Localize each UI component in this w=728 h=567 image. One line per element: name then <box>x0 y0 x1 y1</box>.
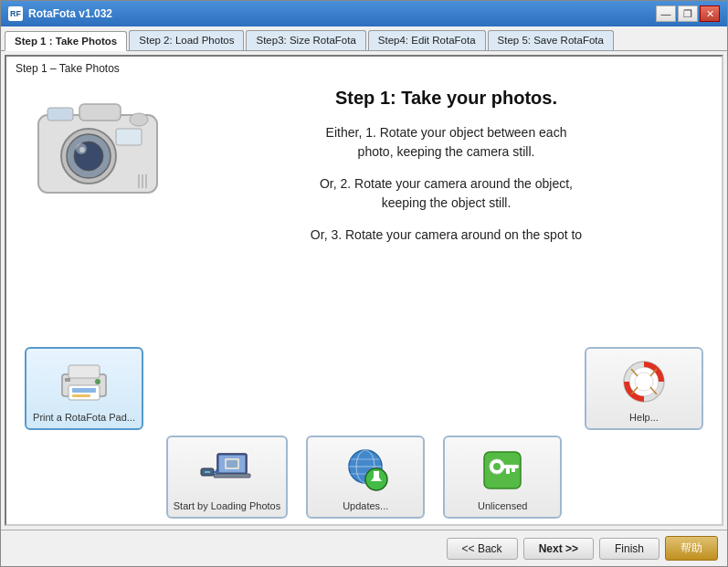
svg-point-46 <box>493 463 501 470</box>
app-icon: RF <box>8 6 23 21</box>
help-nav-button[interactable]: 帮助 <box>665 536 718 561</box>
svg-point-7 <box>79 147 85 152</box>
updates-button-label: Updates... <box>343 500 388 511</box>
content-area: Step 1: Take your photos. Either, 1. Rot… <box>6 79 722 524</box>
tab-step5[interactable]: Step 5: Save RotaFota <box>488 30 614 50</box>
nav-bar: << Back Next >> Finish 帮助 <box>1 530 727 566</box>
restore-button[interactable]: ❐ <box>678 5 698 22</box>
back-button[interactable]: << Back <box>447 538 518 560</box>
next-button[interactable]: Next >> <box>523 538 594 560</box>
tab-step4[interactable]: Step4: Edit RotaFota <box>368 30 486 50</box>
tab-step2[interactable]: Step 2: Load Photos <box>129 30 244 50</box>
load-button-label: Start by Loading Photos <box>174 500 280 511</box>
finish-button[interactable]: Finish <box>599 538 659 560</box>
instructions-heading: Step 1: Take your photos. <box>189 88 703 109</box>
unlicensed-button-label: Unlicensed <box>478 500 527 511</box>
svg-rect-48 <box>512 468 515 472</box>
svg-rect-30 <box>227 460 237 467</box>
instructions-para1: Either, 1. Rotate your object between ea… <box>189 123 703 162</box>
svg-rect-31 <box>214 474 250 478</box>
print-rotafota-pad-button[interactable]: Print a RotaFota Pad... <box>25 347 143 430</box>
svg-point-18 <box>95 379 100 384</box>
svg-rect-1 <box>79 104 121 121</box>
svg-rect-19 <box>65 378 70 382</box>
help-icon <box>617 356 671 406</box>
window-controls: — ❐ ✕ <box>656 5 720 22</box>
svg-rect-12 <box>116 129 142 145</box>
laptop-usb-icon <box>199 445 254 495</box>
instructions-panel: Step 1: Take your photos. Either, 1. Rot… <box>180 79 712 257</box>
svg-rect-43 <box>374 471 379 478</box>
updates-button[interactable]: Updates... <box>306 436 425 519</box>
instructions-para3: Or, 3. Rotate your camera around on the … <box>189 226 703 245</box>
main-window: RF RotaFota v1.032 — ❐ ✕ Step 1 : Take P… <box>0 0 728 567</box>
svg-rect-33 <box>205 471 210 473</box>
svg-rect-14 <box>69 365 100 378</box>
help-button-label: Help... <box>629 412 659 423</box>
bottom-buttons-area: Print a RotaFota Pad... <box>16 341 712 524</box>
tab-step1[interactable]: Step 1 : Take Photos <box>5 31 127 51</box>
unlicensed-button[interactable]: Unlicensed <box>443 436 562 519</box>
camera-illustration <box>16 79 180 215</box>
main-content-area: Step 1 – Take Photos <box>5 55 723 526</box>
svg-point-8 <box>130 113 148 126</box>
svg-rect-49 <box>506 468 510 474</box>
step-label: Step 1 – Take Photos <box>6 57 722 79</box>
tab-bar: Step 1 : Take Photos Step 2: Load Photos… <box>1 26 727 51</box>
svg-rect-17 <box>72 394 90 397</box>
help-button[interactable]: Help... <box>585 347 703 430</box>
instructions-para2: Or, 2. Rotate your camera around the obj… <box>189 174 703 213</box>
svg-rect-47 <box>502 465 519 468</box>
window-title: RotaFota v1.032 <box>28 7 650 20</box>
load-photos-button[interactable]: Start by Loading Photos <box>166 436 288 519</box>
svg-rect-16 <box>72 388 96 393</box>
btn-row-bottom: Start by Loading Photos <box>25 436 703 519</box>
close-button[interactable]: ✕ <box>700 5 720 22</box>
key-icon <box>475 445 530 495</box>
svg-rect-2 <box>47 108 73 121</box>
printer-icon <box>57 356 111 406</box>
top-section: Step 1: Take your photos. Either, 1. Rot… <box>16 79 712 341</box>
minimize-button[interactable]: — <box>656 5 676 22</box>
btn-row-top: Print a RotaFota Pad... <box>25 347 703 430</box>
tab-step3[interactable]: Step3: Size RotaFota <box>246 30 365 50</box>
title-bar: RF RotaFota v1.032 — ❐ ✕ <box>1 1 727 26</box>
updates-icon <box>338 445 393 495</box>
print-button-label: Print a RotaFota Pad... <box>33 412 135 423</box>
